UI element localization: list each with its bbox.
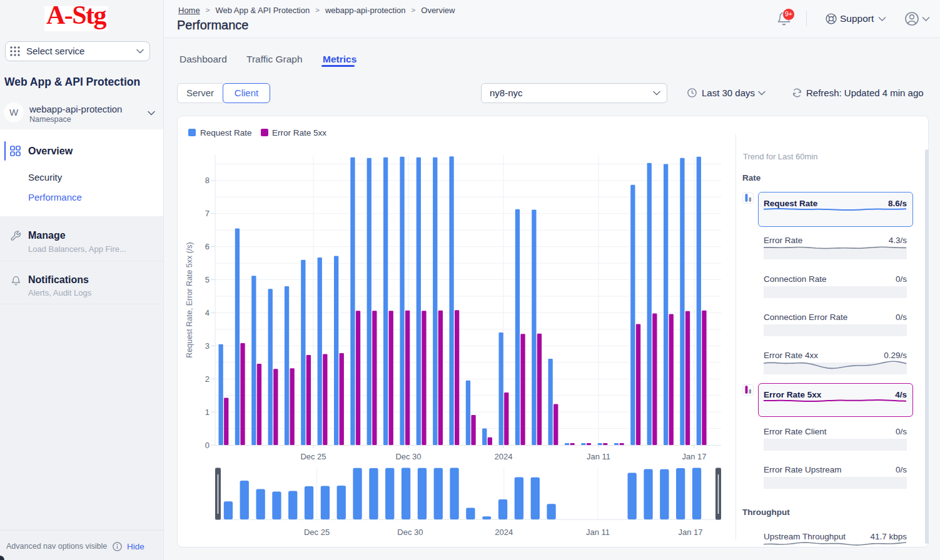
svg-text:Dec 25: Dec 25 bbox=[304, 528, 330, 537]
svg-text:Request Rate: Request Rate bbox=[200, 128, 252, 138]
svg-text:Dec 30: Dec 30 bbox=[395, 452, 421, 461]
svg-text:8: 8 bbox=[205, 176, 210, 185]
svg-text:3: 3 bbox=[205, 341, 210, 351]
svg-text:2024: 2024 bbox=[495, 452, 513, 461]
svg-text:7: 7 bbox=[205, 209, 210, 218]
svg-text:Jan 17: Jan 17 bbox=[678, 528, 702, 537]
svg-text:4: 4 bbox=[205, 308, 210, 318]
svg-text:5: 5 bbox=[205, 275, 210, 284]
svg-text:Request Rate, Error Rate 5xx (: Request Rate, Error Rate 5xx (/s) bbox=[185, 242, 194, 358]
svg-text:1: 1 bbox=[205, 408, 210, 417]
svg-text:2: 2 bbox=[205, 374, 210, 384]
svg-text:Dec 25: Dec 25 bbox=[300, 452, 326, 461]
svg-text:0: 0 bbox=[205, 441, 210, 450]
svg-text:Jan 11: Jan 11 bbox=[587, 452, 610, 461]
svg-text:2024: 2024 bbox=[495, 528, 513, 537]
svg-text:Error Rate 5xx: Error Rate 5xx bbox=[272, 128, 326, 138]
svg-text:Dec 30: Dec 30 bbox=[397, 528, 423, 537]
svg-text:6: 6 bbox=[205, 242, 210, 251]
svg-text:Jan 17: Jan 17 bbox=[682, 452, 706, 461]
svg-text:Jan 11: Jan 11 bbox=[586, 528, 610, 537]
